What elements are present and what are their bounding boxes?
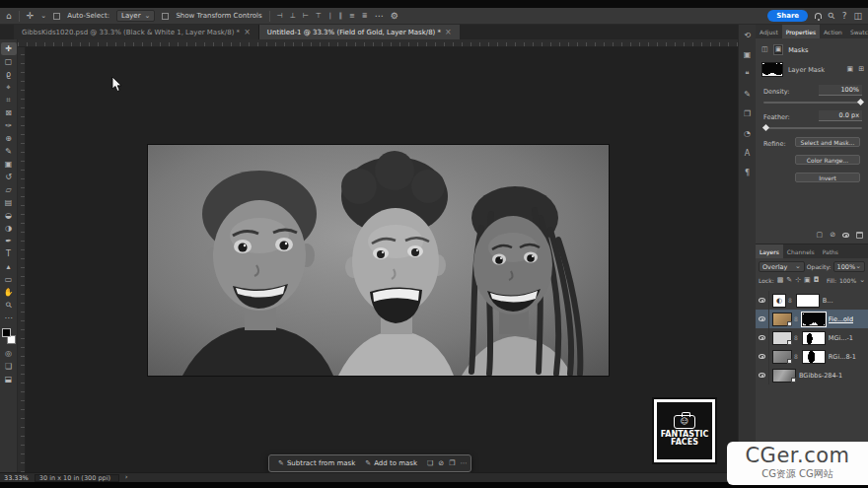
workspace-switcher-icon[interactable]: ◫ (853, 12, 862, 21)
crop-tool[interactable]: ⌗ (1, 94, 17, 106)
layer-visibility-toggle[interactable] (756, 310, 769, 328)
lasso-tool[interactable]: ϱ (1, 68, 17, 81)
lock-position-icon[interactable]: ⊹ (795, 277, 801, 284)
clone-stamp-tool[interactable]: ▣ (1, 158, 17, 171)
density-slider[interactable] (763, 102, 862, 104)
align-right-icon[interactable]: ⊢ (303, 13, 309, 20)
status-chevron-icon[interactable]: › (125, 474, 128, 481)
move-tool[interactable]: ✛ (1, 42, 17, 55)
layer-row-bgibbs[interactable]: BGibbs-284-1 (756, 366, 868, 384)
density-slider-knob[interactable] (857, 99, 864, 105)
layer-thumbnail[interactable] (772, 369, 796, 383)
blend-mode-dropdown[interactable]: Overlay ⌄ (759, 261, 805, 272)
add-to-mask-button[interactable]: ✎ Add to mask (365, 459, 417, 467)
libraries-panel-icon[interactable]: ▣ (744, 50, 752, 59)
layer-row-mgi[interactable]: 8 MGi...-1 (756, 328, 868, 347)
tab-paths[interactable]: Paths (819, 244, 842, 258)
layer-thumbnail[interactable] (772, 350, 792, 364)
path-selection-tool[interactable]: ▴ (1, 260, 17, 273)
screen-mode-icon[interactable]: ❏ (1, 360, 17, 373)
document-tab-1[interactable]: GibbsKids1020.psd @ 33.3% (Black & White… (14, 25, 259, 39)
mask-target-icon[interactable]: ⊞ (858, 66, 864, 73)
lock-all-icon[interactable]: ◘ (814, 277, 820, 284)
lock-pixels-icon[interactable]: ✎ (786, 277, 792, 284)
layer-name[interactable]: B... (823, 297, 833, 305)
invert-button[interactable]: Invert (795, 173, 860, 182)
align-settings-gear-icon[interactable]: ⚙ (391, 12, 398, 21)
select-and-mask-button[interactable]: Select and Mask... (795, 137, 860, 147)
layer-row-rgi[interactable]: 8 RGi...8-1 (756, 347, 868, 366)
auto-select-checkbox[interactable] (53, 13, 60, 20)
frame-tool[interactable]: ⊠ (1, 106, 17, 119)
distribute-widths-icon[interactable]: ≣ (362, 13, 368, 20)
vector-mask-icon[interactable]: ▣ (773, 44, 784, 55)
layer-row-bw-adjustment[interactable]: ◐ 8 B... (756, 291, 868, 310)
home-icon[interactable]: ⌂ (6, 12, 12, 21)
more-options-icon[interactable]: ⋯ (460, 460, 467, 467)
color-swatches[interactable] (2, 328, 16, 344)
comments-panel-icon[interactable]: ❝ (745, 70, 749, 79)
layer-visibility-toggle[interactable] (756, 366, 769, 384)
layer-visibility-toggle[interactable] (756, 347, 769, 366)
gradient-tool[interactable]: ▤ (1, 196, 17, 209)
zoom-level[interactable]: 33.33% (4, 474, 29, 482)
distribute-vertical-icon[interactable]: ∣ (328, 13, 332, 20)
healing-brush-tool[interactable]: ⊕ (1, 132, 17, 145)
history-panel-icon[interactable]: ⟲ (744, 31, 751, 39)
disable-mask-icon[interactable]: ⊘ (830, 232, 835, 239)
density-value[interactable]: 100% (819, 85, 862, 96)
tab-channels[interactable]: Channels (783, 244, 819, 258)
lock-transparency-icon[interactable]: ▩ (777, 277, 784, 284)
chevron-down-icon[interactable]: ⌄ (40, 13, 46, 20)
subtract-from-mask-button[interactable]: ✎ Subtract from mask (278, 459, 355, 467)
layer-mask-thumbnail[interactable] (802, 350, 826, 364)
tab-adjustments[interactable]: Adjust (756, 25, 782, 38)
shape-tool[interactable]: ▭ (1, 273, 17, 286)
layer-name[interactable]: RGi...8-1 (829, 353, 856, 361)
tab-actions[interactable]: Action (820, 25, 846, 38)
load-selection-icon[interactable]: ▢ (817, 232, 824, 239)
layer-name[interactable]: BGibbs-284-1 (799, 372, 842, 380)
brush-tool[interactable]: ✎ (1, 145, 17, 158)
layer-name[interactable]: Fie...old (829, 315, 853, 323)
marquee-tool[interactable]: ▢ (1, 55, 17, 68)
document-info-field[interactable]: 30 in x 10 in (300 ppi) (35, 474, 119, 482)
eraser-tool[interactable]: ▱ (1, 183, 17, 196)
apply-mask-icon[interactable]: ❏ (427, 460, 433, 467)
tab-swatches[interactable]: Swatch (846, 25, 868, 38)
layer-mask-thumbnail[interactable] (802, 331, 826, 345)
document-tab-2[interactable]: Untitled-1 @ 33.3% (Field of Gold, Layer… (259, 25, 460, 39)
layer-mask-thumbnail[interactable] (802, 313, 826, 326)
dodge-tool[interactable]: ◑ (1, 222, 17, 235)
share-button[interactable]: Share (767, 10, 808, 22)
opacity-dropdown[interactable]: 100% ⌄ (833, 261, 865, 272)
layer-visibility-toggle[interactable] (756, 291, 769, 310)
adjustment-mask-thumbnail[interactable] (796, 294, 820, 308)
align-center-icon[interactable]: ⊥ (290, 13, 296, 20)
auto-select-dropdown[interactable]: Layer ⌄ (116, 10, 155, 22)
paragraph-panel-icon[interactable]: ¶ (745, 169, 750, 177)
tab-properties[interactable]: Properties (782, 25, 820, 38)
layer-name[interactable]: MGi...-1 (829, 334, 853, 342)
align-top-icon[interactable]: ⊤ (316, 13, 322, 20)
distribute-horizontal-icon[interactable]: ∥ (338, 13, 342, 20)
notifications-bell-icon[interactable] (815, 13, 822, 19)
layer-thumbnail[interactable] (772, 313, 792, 326)
show-transform-checkbox[interactable] (162, 13, 169, 20)
pixel-mask-icon[interactable]: ◫ (761, 46, 768, 53)
fill-value[interactable]: 100% (839, 277, 856, 284)
mask-select-icon[interactable]: ▣ (847, 66, 854, 73)
adjustment-layer-thumbnail[interactable]: ◐ (772, 294, 786, 308)
tab-layers[interactable]: Layers (756, 244, 783, 258)
full-screen-icon[interactable]: ⬓ (1, 373, 17, 385)
history-brush-tool[interactable]: ↺ (1, 171, 17, 183)
more-align-options-icon[interactable]: ⋯ (375, 12, 384, 21)
layer-row-field-of-gold[interactable]: 8 Fie...old (756, 310, 868, 328)
canvas-photo[interactable] (148, 145, 609, 376)
layer-visibility-toggle[interactable] (756, 328, 769, 347)
mask-visibility-eye-icon[interactable] (842, 233, 849, 238)
layer-mask-thumbnail[interactable] (761, 62, 783, 77)
pen-tool[interactable]: ✒ (1, 235, 17, 247)
search-icon[interactable]: ⚲ (827, 10, 837, 21)
color-range-button[interactable]: Color Range... (795, 155, 860, 165)
